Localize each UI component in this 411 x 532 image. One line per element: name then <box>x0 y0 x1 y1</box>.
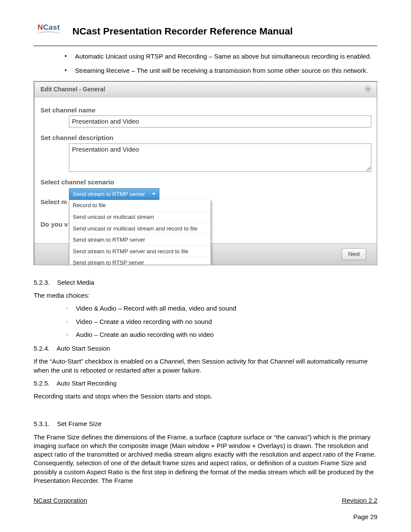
footer-company: NCast Corporation <box>34 496 87 505</box>
section-heading-524: 5.2.4. Auto Start Session <box>34 344 377 353</box>
section-title: Auto Start Session <box>56 345 110 352</box>
section-title: Select Media <box>57 279 94 286</box>
scenario-selected-text: Send stream to RTMP server <box>73 190 145 198</box>
section-number: 5.2.5. <box>34 379 55 388</box>
scenario-select[interactable]: Send stream to RTMP server <box>69 188 159 200</box>
label-truncated-do-you: Do you v <box>34 220 69 230</box>
label-channel-name: Set channel name <box>34 96 377 115</box>
channel-name-input[interactable]: Presentation and Video <box>69 115 371 128</box>
paragraph: Recording starts and stops when the Sess… <box>34 392 377 401</box>
chevron-down-icon <box>152 193 156 195</box>
list-item: Audio – Create an audio recording with n… <box>66 330 377 339</box>
page-footer: NCast Corporation Revision 2.2 <box>34 496 377 505</box>
section-heading-523: 5.2.3. Select Media <box>34 278 377 287</box>
section-number: 5.2.3. <box>34 278 55 287</box>
label-channel-description: Set channel description <box>34 128 377 143</box>
list-item: Video & Audio – Record with all media, v… <box>66 304 377 313</box>
intro-bullet-list: Automatic Unicast using RTSP and Recordi… <box>34 52 377 75</box>
dialog-titlebar: Edit Channel - General ✕ <box>34 82 377 97</box>
section-title: Auto Start Recording <box>56 380 116 387</box>
list-item: Streaming Receive – The unit will be rec… <box>65 66 377 75</box>
close-icon[interactable]: ✕ <box>364 86 371 93</box>
scenario-option[interactable]: Send stream to RTSP server <box>69 257 211 265</box>
label-truncated-select-media: Select m <box>34 198 69 207</box>
next-button[interactable]: Next <box>342 248 366 260</box>
document-title: NCast Presentation Recorder Reference Ma… <box>72 25 293 38</box>
section-heading-525: 5.2.5. Auto Start Recording <box>34 379 377 388</box>
section-heading-531: 5.3.1. Set Frame Size <box>34 420 377 428</box>
edit-channel-dialog: Edit Channel - General ✕ Set channel nam… <box>34 81 377 265</box>
header-row: NCast NCast Presentation Recorder Refere… <box>34 22 377 38</box>
scenario-option[interactable]: Record to file <box>69 200 211 211</box>
scenario-option[interactable]: Send unicast or multicast stream <box>69 211 211 223</box>
scenario-options-list: Record to file Send unicast or multicast… <box>69 200 211 265</box>
ncast-logo: NCast <box>34 22 64 36</box>
page-number: Page 29 <box>34 513 377 521</box>
list-item: Automatic Unicast using RTSP and Recordi… <box>65 52 377 61</box>
paragraph: The media choices: <box>34 291 377 300</box>
logo-n: N <box>37 23 43 31</box>
list-item: Video – Create a video recording with no… <box>66 317 377 326</box>
section-number: 5.3.1. <box>34 420 55 428</box>
paragraph: The Frame Size defines the dimensions of… <box>34 433 377 485</box>
media-choices-list: Video & Audio – Record with all media, v… <box>34 304 377 339</box>
footer-revision: Revision 2.2 <box>342 496 377 505</box>
header-divider <box>34 46 377 46</box>
section-title: Set Frame Size <box>57 420 101 427</box>
section-number: 5.2.4. <box>34 344 55 353</box>
paragraph: If the “Auto-Start” checkbox is enabled … <box>34 357 377 375</box>
scenario-option[interactable]: Send stream to RTMP server and record to… <box>69 246 211 257</box>
scenario-option[interactable]: Send unicast or multicast stream and rec… <box>69 223 211 234</box>
dialog-title: Edit Channel - General <box>40 85 105 93</box>
scenario-option[interactable]: Send stream to RTMP server <box>69 234 211 246</box>
logo-swoosh-icon <box>36 31 62 35</box>
resize-grip-icon[interactable] <box>366 167 371 171</box>
channel-description-input[interactable]: Presentation and Video <box>69 143 371 172</box>
label-channel-scenario: Select channel scenario <box>34 172 377 187</box>
logo-cast: Cast <box>43 23 60 31</box>
